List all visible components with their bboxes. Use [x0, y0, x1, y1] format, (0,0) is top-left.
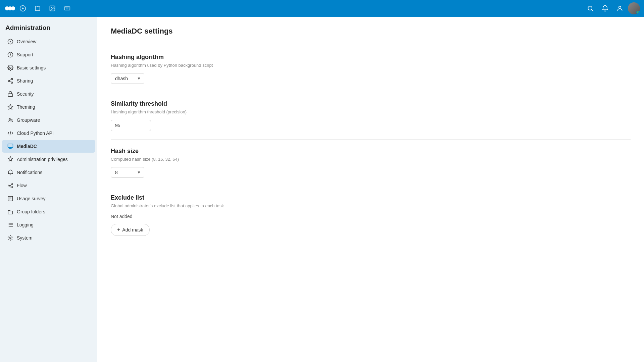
sharing-icon	[7, 78, 13, 84]
sidebar: Administration Overview Support Basic se…	[0, 17, 97, 362]
page-title: MediaDC settings	[111, 27, 631, 36]
support-icon	[7, 52, 13, 58]
hashing-algorithm-desc: Hashing algorithm used by Python backgro…	[111, 63, 631, 68]
contacts-button[interactable]	[613, 2, 627, 15]
sidebar-item-support[interactable]: Support	[2, 48, 95, 61]
notifications-button[interactable]	[598, 2, 612, 15]
folders-icon	[7, 209, 13, 215]
sidebar-item-administration-privileges[interactable]: Administration privileges	[2, 153, 95, 166]
system-icon	[7, 235, 13, 241]
search-button[interactable]	[584, 2, 597, 15]
add-mask-button[interactable]: + Add mask	[111, 224, 150, 236]
admin-icon	[7, 156, 13, 162]
hashing-algorithm-section: Hashing algorithm Hashing algorithm used…	[111, 46, 631, 92]
nav-files[interactable]	[31, 2, 44, 15]
api-icon	[7, 130, 13, 136]
similarity-threshold-title: Similarity threshold	[111, 100, 631, 107]
hash-size-select[interactable]: 8 16 32 64	[111, 167, 144, 178]
sidebar-item-usage-survey[interactable]: Usage survey	[2, 192, 95, 205]
svg-point-23	[11, 82, 13, 84]
sidebar-item-group-folders[interactable]: Group folders	[2, 205, 95, 218]
similarity-threshold-input[interactable]	[111, 120, 151, 131]
notifications-icon	[7, 169, 13, 175]
sidebar-item-mediadc[interactable]: MediaDC	[2, 140, 95, 153]
sidebar-item-groupware[interactable]: Groupware	[2, 114, 95, 126]
svg-line-15	[592, 10, 593, 11]
svg-point-22	[8, 80, 10, 82]
hash-size-desc: Computed hash size (8, 16, 32, 64)	[111, 157, 631, 162]
topbar-nav	[16, 2, 74, 15]
hash-size-title: Hash size	[111, 148, 631, 155]
hashing-algorithm-select[interactable]: dhash phash ahash whash	[111, 73, 144, 84]
logging-icon	[7, 222, 13, 228]
svg-point-18	[10, 41, 11, 43]
security-icon	[7, 91, 13, 97]
svg-point-16	[619, 6, 621, 8]
sidebar-item-notifications[interactable]: Notifications	[2, 166, 95, 179]
mediadc-icon	[7, 143, 13, 149]
svg-rect-8	[64, 7, 70, 10]
exclude-list-status: Not added	[111, 214, 631, 219]
content-area: MediaDC settings Hashing algorithm Hashi…	[97, 17, 644, 362]
theming-icon	[7, 104, 13, 110]
svg-point-21	[11, 79, 13, 80]
svg-point-43	[10, 237, 11, 239]
svg-point-28	[11, 119, 12, 120]
hash-size-section: Hash size Computed hash size (8, 16, 32,…	[111, 140, 631, 186]
svg-point-31	[12, 184, 13, 185]
svg-rect-3	[7, 7, 13, 9]
hashing-algorithm-title: Hashing algorithm	[111, 54, 631, 61]
sidebar-item-sharing[interactable]: Sharing	[2, 74, 95, 87]
similarity-threshold-desc: Hashing algorithm threshold (precision)	[111, 109, 631, 114]
hashing-algorithm-select-wrapper: dhash phash ahash whash ▼	[111, 73, 144, 84]
sidebar-item-security[interactable]: Security	[2, 88, 95, 100]
nextcloud-logo[interactable]	[4, 2, 16, 14]
svg-point-20	[10, 67, 11, 69]
svg-point-30	[8, 185, 9, 186]
svg-point-5	[22, 8, 24, 9]
add-mask-plus-icon: +	[117, 227, 120, 233]
svg-rect-29	[8, 144, 13, 148]
nav-photos[interactable]	[46, 2, 59, 15]
sidebar-item-overview[interactable]: Overview	[2, 35, 95, 48]
sidebar-title: Administration	[0, 19, 97, 35]
user-avatar[interactable]	[628, 2, 640, 14]
nav-dashboard[interactable]	[16, 2, 30, 15]
svg-point-27	[9, 118, 11, 120]
sidebar-item-basic-settings[interactable]: Basic settings	[2, 61, 95, 74]
logo-svg	[4, 2, 16, 14]
sidebar-item-system[interactable]: System	[2, 231, 95, 244]
online-badge	[636, 11, 640, 14]
groupware-icon	[7, 117, 13, 123]
overview-icon	[7, 39, 13, 45]
svg-point-32	[12, 187, 13, 188]
svg-point-7	[51, 7, 52, 8]
svg-line-24	[9, 81, 11, 82]
sidebar-item-logging[interactable]: Logging	[2, 218, 95, 231]
exclude-list-section: Exclude list Global administrator's excl…	[111, 186, 631, 244]
exclude-list-title: Exclude list	[111, 194, 631, 201]
main-layout: Administration Overview Support Basic se…	[0, 17, 644, 362]
hash-size-select-wrapper: 8 16 32 64 ▼	[111, 167, 144, 178]
survey-icon	[7, 196, 13, 202]
svg-line-25	[9, 80, 11, 81]
topbar	[0, 0, 644, 17]
exclude-list-desc: Global administrator's exclude list that…	[111, 203, 631, 208]
topbar-right	[584, 2, 640, 15]
nav-keyboard[interactable]	[60, 2, 74, 15]
settings-icon	[7, 65, 13, 71]
sidebar-item-theming[interactable]: Theming	[2, 101, 95, 113]
sidebar-item-flow[interactable]: Flow	[2, 179, 95, 192]
sidebar-item-cloud-python-api[interactable]: Cloud Python API	[2, 127, 95, 140]
flow-icon	[7, 183, 13, 189]
svg-rect-26	[8, 94, 13, 96]
similarity-threshold-section: Similarity threshold Hashing algorithm t…	[111, 92, 631, 140]
add-mask-button-label: Add mask	[122, 227, 143, 232]
